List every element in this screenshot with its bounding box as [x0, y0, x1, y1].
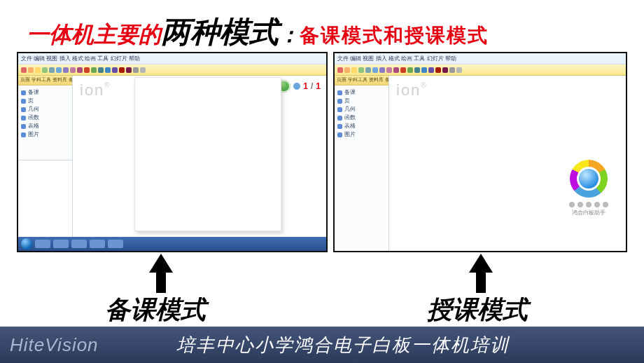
folder-icon: [21, 116, 26, 121]
folder-icon: [21, 132, 26, 137]
tree-item-label: 表格: [344, 122, 356, 130]
folder-icon: [337, 90, 342, 95]
dot-icon: [578, 202, 583, 207]
toolbar-icon: [358, 67, 364, 73]
side-tabs: 页面 学科工具 资料库 备注: [18, 76, 72, 85]
color-ring-icon: [570, 160, 608, 198]
task-button: [108, 240, 123, 248]
canvas-area: ion® 鸿合白板助手: [389, 76, 626, 251]
watermark-reg: ®: [421, 81, 427, 89]
footer-brand: HiteVision: [10, 334, 99, 356]
globe-core-icon: [577, 167, 601, 191]
watermark-reg: ®: [104, 81, 111, 89]
page-current: 1: [303, 81, 308, 91]
canvas-area: ion® 1 / 1: [73, 76, 326, 237]
task-button: [90, 240, 105, 248]
title-part1: 一体机主要的: [27, 22, 161, 47]
floating-tool-widget: 鸿合白板助手: [564, 160, 613, 223]
slide-title: 一体机主要的两种模式：备课模式和授课模式: [27, 13, 489, 52]
tree-item: 表格: [337, 122, 386, 130]
side-panel: 页面 学科工具 资料库 备注 备课页几何函数表格图片: [335, 76, 389, 251]
toolbar-icon: [365, 67, 371, 73]
caption-teach-mode: 授课模式: [427, 293, 528, 327]
toolbar-icon: [84, 67, 90, 73]
screenshot-prepare-mode: 文件 编辑 视图 插入 格式 绘画 工具 幻灯片 帮助 页面 学科工具 资料库 …: [17, 52, 328, 252]
toolbar-icon: [35, 67, 41, 73]
tree-item-label: 图片: [344, 130, 356, 139]
app-body: 页面 学科工具 资料库 备注 备课页几何函数表格图片 ion® 1 / 1: [18, 76, 326, 237]
tree-item-label: 表格: [28, 122, 39, 130]
start-orb-icon: [21, 238, 32, 249]
tree-item: 备课: [337, 88, 386, 97]
toolbar-icon: [337, 67, 343, 73]
toolbar-icon: [119, 67, 125, 73]
tree-item-label: 函数: [344, 114, 356, 122]
slide-footer: HiteVision 培丰中心小学鸿合电子白板一体机培训: [0, 327, 644, 363]
app-toolbar: [335, 64, 626, 76]
watermark-main: ion: [396, 81, 421, 99]
tree-item: 页: [21, 97, 69, 105]
folder-icon: [337, 116, 342, 121]
toolbar-icon: [351, 67, 357, 73]
side-tree: 备课页几何函数表格图片: [335, 85, 388, 142]
app-body: 页面 学科工具 资料库 备注 备课页几何函数表格图片 ion® 鸿合白板助手: [335, 76, 626, 251]
screenshot-teach-mode: 文件 编辑 视图 插入 格式 绘画 工具 幻灯片 帮助 页面 学科工具 资料库 …: [333, 52, 627, 252]
tree-item-label: 页: [344, 97, 350, 105]
task-button: [53, 240, 69, 248]
tree-item: 函数: [21, 114, 69, 122]
tree-item: 页: [337, 97, 386, 105]
widget-caption: 鸿合白板助手: [564, 209, 613, 217]
folder-icon: [337, 124, 342, 129]
toolbar-icon: [442, 67, 448, 73]
toolbar-icon: [407, 67, 413, 73]
tree-item-label: 备课: [344, 88, 356, 97]
tree-item: 几何: [337, 105, 386, 114]
toolbar-icon: [435, 67, 441, 73]
app-toolbar: [18, 64, 326, 76]
dot-icon: [569, 202, 575, 207]
page-indicator: 1 / 1: [278, 80, 321, 93]
toolbar-icon: [393, 67, 399, 73]
side-tabs: 页面 学科工具 资料库 备注: [335, 76, 388, 85]
slide-page: [134, 77, 281, 231]
folder-icon: [21, 124, 26, 129]
folder-icon: [21, 99, 26, 104]
watermark-text: ion®: [396, 81, 428, 100]
tree-item-label: 几何: [344, 105, 356, 114]
title-colon: ：: [279, 23, 300, 46]
app-menubar: 文件 编辑 视图 插入 格式 绘画 工具 幻灯片 帮助: [18, 53, 326, 64]
side-tree: 备课页几何函数表格图片: [18, 85, 72, 142]
up-arrow-icon: [149, 254, 173, 273]
toolbar-icon: [140, 67, 146, 73]
windows-taskbar: [18, 237, 326, 251]
folder-icon: [337, 107, 342, 112]
toolbar-icon: [372, 67, 378, 73]
toolbar-icon: [133, 67, 139, 73]
toolbar-icon: [456, 67, 462, 73]
folder-icon: [21, 107, 26, 112]
title-part3: 备课模式和授课模式: [300, 25, 489, 46]
tree-item: 图片: [21, 130, 69, 139]
page-total: 1: [316, 81, 321, 91]
app-menubar: 文件 编辑 视图 插入 格式 绘画 工具 幻灯片 帮助: [335, 53, 626, 64]
toolbar-icon: [42, 67, 48, 73]
folder-icon: [337, 99, 342, 104]
widget-dots: [564, 202, 613, 207]
title-part2: 两种模式: [161, 15, 279, 48]
toolbar-icon: [91, 67, 97, 73]
toolbar-icon: [449, 67, 455, 73]
toolbar-icon: [386, 67, 392, 73]
toolbar-icon: [28, 67, 34, 73]
tree-item: 函数: [337, 114, 386, 122]
dot-icon: [603, 202, 608, 207]
toolbar-icon: [105, 67, 111, 73]
watermark-text: ion®: [80, 81, 111, 100]
toolbar-icon: [77, 67, 83, 73]
tree-item: 几何: [21, 105, 69, 114]
toolbar-icon: [126, 67, 132, 73]
dot-icon: [586, 202, 592, 207]
toolbar-icon: [344, 67, 350, 73]
tree-item: 图片: [337, 130, 386, 139]
folder-icon: [21, 90, 26, 95]
toolbar-icon: [428, 67, 434, 73]
